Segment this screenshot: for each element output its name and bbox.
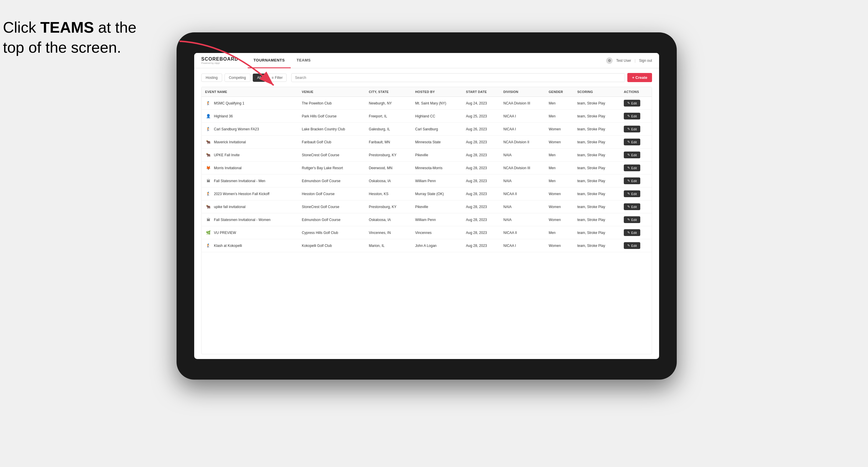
- competing-button[interactable]: Competing: [224, 73, 250, 82]
- edit-button-row-6[interactable]: ✎ Edit: [624, 178, 640, 184]
- table-row: 🏛 Fall Statesmen Invitational - Women Ed…: [202, 213, 652, 226]
- edit-icon: ✎: [627, 101, 630, 105]
- cell-event-name: 🦊 Morris Invitational: [202, 161, 298, 175]
- table-row: 🏌 2023 Women's Hesston Fall Kickoff Hess…: [202, 187, 652, 200]
- cell-venue: The Powelton Club: [298, 97, 366, 110]
- hosting-button[interactable]: Hosting: [201, 73, 222, 82]
- search-input[interactable]: [291, 73, 625, 82]
- cell-hosted-by: John A Logan: [412, 239, 463, 252]
- cell-actions: ✎ Edit: [620, 226, 652, 239]
- cell-division: NICAA II: [500, 187, 545, 200]
- edit-icon: ✎: [627, 179, 630, 183]
- edit-button-row-1[interactable]: ✎ Edit: [624, 113, 640, 120]
- cell-gender: Men: [545, 97, 574, 110]
- cell-actions: ✎ Edit: [620, 239, 652, 252]
- all-button[interactable]: All: [253, 73, 266, 82]
- edit-button-row-0[interactable]: ✎ Edit: [624, 100, 640, 106]
- table-row: 🦊 Morris Invitational Ruttger's Bay Lake…: [202, 161, 652, 175]
- edit-button-row-5[interactable]: ✎ Edit: [624, 164, 640, 171]
- tab-tournaments[interactable]: TOURNAMENTS: [248, 53, 291, 68]
- cell-city-state: Freeport, IL: [366, 110, 412, 123]
- table-header-row: EVENT NAME VENUE CITY, STATE HOSTED BY S…: [202, 87, 652, 97]
- tab-teams[interactable]: TEAMS: [291, 53, 317, 68]
- event-name-text: Maverick Invitational: [214, 140, 246, 144]
- cell-gender: Men: [545, 161, 574, 175]
- cell-hosted-by: Mt. Saint Mary (NY): [412, 97, 463, 110]
- cell-scoring: team, Stroke Play: [574, 200, 620, 213]
- edit-button-row-9[interactable]: ✎ Edit: [624, 216, 640, 223]
- table-row: 🐂 upike fall invitational StoneCrest Gol…: [202, 200, 652, 213]
- cell-venue: StoneCrest Golf Course: [298, 200, 366, 213]
- edit-button-row-11[interactable]: ✎ Edit: [624, 242, 640, 249]
- filter-icon: ≡: [272, 75, 274, 80]
- event-name-text: Highland 36: [214, 114, 233, 118]
- table-row: 🐂 UPKE Fall Invite StoneCrest Golf Cours…: [202, 149, 652, 161]
- tablet-screen: SCOREBOARD Powered by clippl TOURNAMENTS…: [194, 53, 659, 359]
- cell-event-name: 🐂 UPKE Fall Invite: [202, 149, 298, 161]
- edit-icon: ✎: [627, 153, 630, 157]
- cell-division: NCAA Division II: [500, 136, 545, 149]
- edit-icon: ✎: [627, 114, 630, 118]
- sign-out-link[interactable]: Sign out: [639, 59, 652, 63]
- cell-division: NAIA: [500, 175, 545, 187]
- edit-button-row-4[interactable]: ✎ Edit: [624, 152, 640, 158]
- cell-actions: ✎ Edit: [620, 213, 652, 226]
- event-icon: 🏌: [205, 100, 212, 106]
- cell-city-state: Newburgh, NY: [366, 97, 412, 110]
- edit-icon: ✎: [627, 231, 630, 235]
- cell-actions: ✎ Edit: [620, 97, 652, 110]
- settings-icon[interactable]: ⚙: [606, 57, 613, 64]
- cell-event-name: 🐂 Maverick Invitational: [202, 136, 298, 149]
- table-row: 🏌 Klash at Kokopelli Kokopelli Golf Club…: [202, 239, 652, 252]
- cell-scoring: team, Stroke Play: [574, 226, 620, 239]
- edit-icon: ✎: [627, 127, 630, 131]
- create-button[interactable]: + Create: [627, 73, 652, 82]
- edit-button-row-3[interactable]: ✎ Edit: [624, 138, 640, 145]
- table-row: 👤 Highland 36 Park Hills Golf Course Fre…: [202, 110, 652, 123]
- edit-button-row-10[interactable]: ✎ Edit: [624, 229, 640, 236]
- event-name-text: MSMC Qualifying 1: [214, 101, 244, 105]
- cell-start-date: Aug 28, 2023: [463, 149, 500, 161]
- cell-start-date: Aug 24, 2023: [463, 97, 500, 110]
- edit-button-row-7[interactable]: ✎ Edit: [624, 190, 640, 197]
- col-division: DIVISION: [500, 87, 545, 97]
- event-name-text: Morris Invitational: [214, 166, 242, 170]
- cell-hosted-by: Minnesota-Morris: [412, 161, 463, 175]
- col-scoring: SCORING: [574, 87, 620, 97]
- cell-actions: ✎ Edit: [620, 161, 652, 175]
- event-icon: 🏌: [205, 126, 212, 132]
- cell-event-name: 🏌 Klash at Kokopelli: [202, 239, 298, 252]
- nav-right: ⚙ Test User | Sign out: [606, 57, 652, 64]
- cell-venue: Edmundson Golf Course: [298, 175, 366, 187]
- edit-icon: ✎: [627, 205, 630, 209]
- cell-scoring: team, Stroke Play: [574, 136, 620, 149]
- edit-button-row-2[interactable]: ✎ Edit: [624, 126, 640, 132]
- cell-actions: ✎ Edit: [620, 187, 652, 200]
- cell-event-name: 🏌 2023 Women's Hesston Fall Kickoff: [202, 187, 298, 200]
- cell-scoring: team, Stroke Play: [574, 123, 620, 136]
- edit-button-row-8[interactable]: ✎ Edit: [624, 203, 640, 210]
- cell-scoring: team, Stroke Play: [574, 110, 620, 123]
- cell-city-state: Vincennes, IN: [366, 226, 412, 239]
- event-name-text: UPKE Fall Invite: [214, 153, 240, 157]
- edit-icon: ✎: [627, 166, 630, 170]
- filter-button[interactable]: ≡ Filter: [268, 73, 287, 82]
- cell-start-date: Aug 25, 2023: [463, 110, 500, 123]
- event-icon: 🏌: [205, 243, 212, 249]
- cell-city-state: Galesburg, IL: [366, 123, 412, 136]
- event-icon: 🏛: [205, 178, 212, 184]
- cell-scoring: team, Stroke Play: [574, 97, 620, 110]
- cell-division: NICAA I: [500, 239, 545, 252]
- col-venue: VENUE: [298, 87, 366, 97]
- nav-tabs: TOURNAMENTS TEAMS: [248, 53, 607, 68]
- nav-divider: |: [635, 59, 636, 63]
- user-name: Test User: [616, 59, 631, 63]
- col-actions: ACTIONS: [620, 87, 652, 97]
- table-row: 🏛 Fall Statesmen Invitational - Men Edmu…: [202, 175, 652, 187]
- cell-division: NAIA: [500, 213, 545, 226]
- cell-start-date: Aug 28, 2023: [463, 136, 500, 149]
- cell-scoring: team, Stroke Play: [574, 239, 620, 252]
- top-nav: SCOREBOARD Powered by clippl TOURNAMENTS…: [194, 53, 659, 68]
- cell-start-date: Aug 28, 2023: [463, 200, 500, 213]
- tablet-device: SCOREBOARD Powered by clippl TOURNAMENTS…: [177, 32, 677, 380]
